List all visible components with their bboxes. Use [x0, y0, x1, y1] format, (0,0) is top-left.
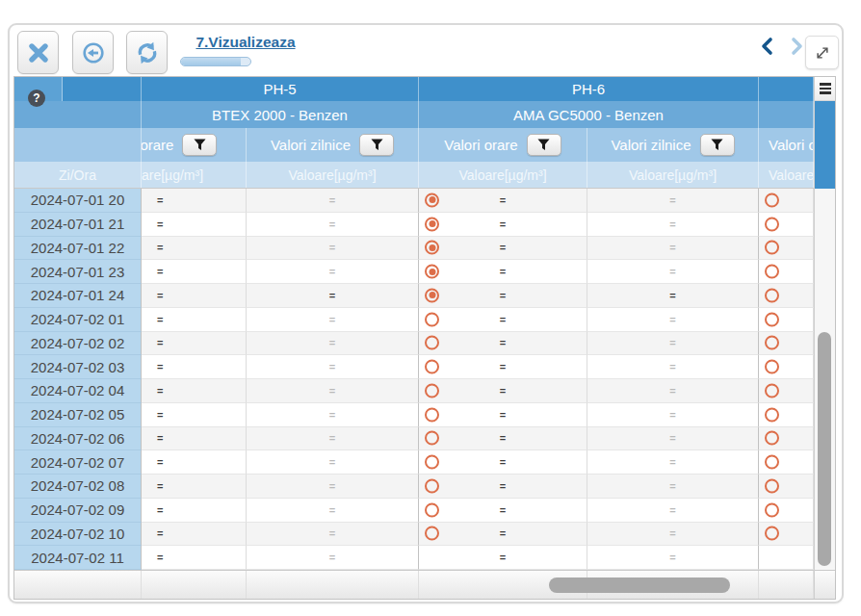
value-cell-ph5-hourly: =	[142, 475, 247, 499]
column-label: Valori orare	[769, 137, 814, 153]
unit-header: Valoare[µg/m³]	[247, 162, 419, 188]
value-cell-ph6-daily: =	[587, 332, 759, 356]
radio-open-icon[interactable]	[765, 502, 779, 517]
value-cell-ph5-daily: =	[247, 237, 419, 261]
radio-selected-icon[interactable]	[425, 217, 439, 231]
radio-open-icon[interactable]	[765, 431, 779, 446]
back-button[interactable]	[72, 31, 114, 74]
row-time-cell: 2024-07-02 06	[14, 427, 142, 451]
filter-button[interactable]	[527, 134, 561, 156]
value-cell-ph6-hourly: =	[419, 379, 587, 403]
equals-value: =	[500, 314, 506, 325]
equals-value: =	[157, 290, 163, 301]
row-time-cell: 2024-07-02 11	[14, 546, 142, 570]
value-cell-ph5-daily: =	[247, 213, 419, 237]
radio-open-icon[interactable]	[765, 288, 779, 302]
filter-button[interactable]	[182, 134, 217, 156]
radio-selected-icon[interactable]	[425, 265, 439, 279]
vertical-scrollbar-thumb[interactable]	[818, 332, 831, 566]
value-cell-ph6-daily: =	[587, 189, 759, 213]
close-x-icon	[27, 41, 50, 64]
equals-value: =	[329, 314, 335, 325]
radio-open-icon[interactable]	[425, 360, 439, 374]
radio-open-icon[interactable]	[765, 383, 779, 398]
equals-value: =	[329, 527, 335, 539]
value-cell-ph5-daily: =	[247, 523, 419, 547]
vertical-scrollbar[interactable]	[815, 189, 835, 570]
footer-cell	[14, 571, 142, 599]
value-cell-next-hourly	[759, 189, 814, 213]
value-cell-ph5-daily: =	[247, 475, 419, 499]
filter-button[interactable]	[700, 134, 735, 156]
value-cell-next-hourly	[759, 237, 814, 261]
help-icon[interactable]: ?	[28, 90, 45, 107]
value-cell-next-hourly	[759, 450, 814, 475]
radio-open-icon[interactable]	[765, 360, 779, 374]
radio-open-icon[interactable]	[425, 336, 439, 350]
filter-header-row: Valori orare Valori zilnice	[14, 128, 814, 162]
station-header-ph6: PH-6	[419, 77, 759, 101]
radio-selected-icon[interactable]	[425, 192, 439, 207]
visualization-panel: 7.Vizualizeaza ?	[8, 23, 844, 603]
radio-open-icon[interactable]	[425, 407, 439, 422]
equals-value: =	[157, 218, 163, 230]
radio-open-icon[interactable]	[765, 526, 779, 541]
table-row: 2024-07-02 06====	[14, 427, 814, 451]
table-row: 2024-07-02 08====	[14, 475, 814, 499]
horizontal-scrollbar-thumb[interactable]	[549, 578, 730, 593]
grid-menu-button[interactable]	[815, 77, 835, 101]
radio-open-icon[interactable]	[765, 241, 779, 255]
row-time-cell: 2024-07-02 01	[14, 308, 142, 332]
step-link[interactable]: 7.Vizualizeaza	[196, 34, 295, 51]
equals-value: =	[329, 266, 335, 277]
next-page-button[interactable]	[786, 37, 807, 58]
value-cell-ph6-daily: =	[587, 260, 759, 284]
circle-arrow-left-icon	[81, 40, 106, 65]
previous-page-button[interactable]	[757, 37, 778, 58]
expand-button[interactable]	[805, 36, 839, 69]
equals-value: =	[157, 314, 163, 325]
funnel-icon	[371, 139, 383, 151]
radio-open-icon[interactable]	[765, 217, 779, 231]
radio-open-icon[interactable]	[765, 265, 779, 279]
value-cell-ph5-daily: =	[247, 450, 419, 475]
value-cell-ph6-hourly: =	[419, 237, 587, 261]
value-cell-next-hourly	[759, 260, 814, 284]
value-cell-ph6-daily: =	[587, 355, 759, 379]
value-cell-ph5-hourly: =	[142, 237, 247, 261]
help-glyph: ?	[33, 91, 39, 105]
radio-open-icon[interactable]	[425, 455, 439, 470]
value-cell-ph5-hourly: =	[142, 427, 247, 451]
radio-selected-icon[interactable]	[425, 241, 439, 255]
radio-open-icon[interactable]	[765, 192, 779, 207]
radio-open-icon[interactable]	[765, 312, 779, 326]
equals-value: =	[500, 432, 506, 444]
radio-selected-icon[interactable]	[425, 288, 439, 302]
radio-open-icon[interactable]	[765, 336, 779, 350]
value-cell-ph6-hourly: =	[419, 260, 587, 284]
value-cell-ph6-hourly: =	[419, 475, 587, 499]
radio-open-icon[interactable]	[425, 431, 439, 446]
value-cell-ph5-hourly: =	[142, 284, 247, 308]
filter-button[interactable]	[359, 134, 394, 156]
radio-open-icon[interactable]	[765, 455, 779, 470]
refresh-icon	[135, 40, 160, 65]
rail-footer	[815, 570, 835, 599]
table-row: 2024-07-01 21====	[14, 213, 814, 237]
radio-open-icon[interactable]	[425, 502, 439, 517]
refresh-button[interactable]	[126, 31, 168, 74]
radio-open-icon[interactable]	[765, 478, 779, 493]
close-button[interactable]	[17, 31, 59, 74]
footer-cell	[247, 571, 419, 599]
equals-value: =	[157, 385, 163, 397]
table-row: 2024-07-02 04====	[14, 379, 814, 403]
radio-open-icon[interactable]	[425, 383, 439, 398]
radio-open-icon[interactable]	[425, 478, 439, 493]
equals-value: =	[669, 290, 675, 301]
equals-value: =	[329, 432, 335, 444]
radio-open-icon[interactable]	[765, 407, 779, 422]
row-time-cell: 2024-07-02 09	[14, 499, 142, 523]
value-cell-ph6-hourly: =	[419, 213, 587, 237]
radio-open-icon[interactable]	[425, 312, 439, 326]
radio-open-icon[interactable]	[425, 526, 439, 541]
